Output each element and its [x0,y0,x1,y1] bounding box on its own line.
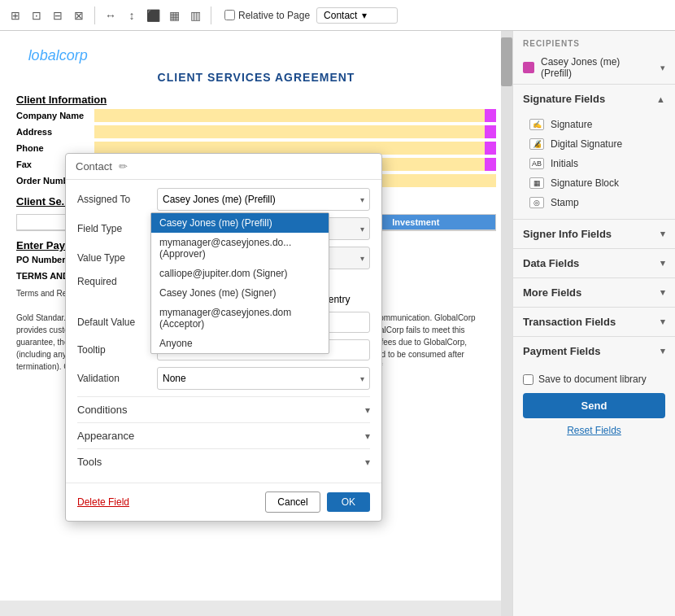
toolbar-icon-2[interactable]: ⊡ [28,7,46,24]
appearance-arrow: ▾ [365,430,370,442]
assigned-to-label: Assigned To [77,194,150,205]
company-name-label: Company Name [16,111,89,120]
default-value-label: Default Value [77,317,150,328]
transaction-fields-label: Transaction Fields [523,316,616,328]
toolbar-icon-6[interactable]: ↕ [123,7,141,24]
relative-to-page-label[interactable]: Relative to Page [224,10,310,21]
appearance-section-row[interactable]: Appearance ▾ [77,422,370,448]
dialog-edit-icon[interactable]: ✏ [119,160,128,173]
payment-fields-section: Payment Fields ▾ [513,336,675,365]
data-fields-header[interactable]: Data Fields ▾ [513,249,675,277]
reset-fields-button[interactable]: Reset Fields [523,422,665,439]
toolbar-icon-1[interactable]: ⊞ [7,7,24,24]
appearance-label: Appearance [77,430,134,442]
recipient-color-box [523,62,534,73]
cancel-button[interactable]: Cancel [265,491,320,513]
dropdown-item-0[interactable]: Casey Jones (me) (Prefill) [151,213,329,233]
value-type-label: Value Type [77,252,150,264]
toolbar-sep-2 [211,7,211,24]
tools-arrow: ▾ [365,457,370,468]
recipient-name: Casey Jones (me) (Prefill) [541,56,654,79]
toolbar-sep-1 [94,7,95,24]
dropdown-item-1[interactable]: mymanager@caseyjones.do... (Approver) [151,233,329,264]
contact-dropdown[interactable]: Contact ▾ [316,7,398,24]
toolbar-icon-8[interactable]: ▦ [165,7,183,24]
tools-section-row[interactable]: Tools ▾ [77,448,370,474]
transaction-fields-header[interactable]: Transaction Fields ▾ [513,308,675,336]
phone-label: Phone [16,143,89,153]
toolbar-icon-7[interactable]: ⬛ [144,7,162,24]
validation-value: None [163,373,186,384]
phone-marker [485,142,496,155]
signer-info-header[interactable]: Signer Info Fields ▾ [513,220,675,248]
toolbar-icon-4[interactable]: ⊠ [70,7,88,24]
company-name-input[interactable] [94,109,496,122]
contact-dialog: Contact ✏ Assigned To Casey Jones (me) (… [65,153,382,522]
signature-fields-label: Signature Fields [523,93,605,105]
logo-box: g lobalcorp [16,47,88,64]
field-option-initials[interactable]: AB Initials [523,154,665,173]
signer-info-section: Signer Info Fields ▾ [513,219,675,248]
signature-fields-header[interactable]: Signature Fields ▲ [513,85,675,113]
validation-arrow: ▾ [360,374,364,383]
more-fields-label: More Fields [523,286,581,299]
field-option-signature-block[interactable]: ▦ Signature Block [523,173,665,193]
assigned-to-select[interactable]: Casey Jones (me) (Prefill) ▾ [157,188,370,211]
recipient-name-line2: (Prefill) [541,68,572,79]
data-fields-label: Data Fields [523,257,579,269]
validation-select[interactable]: None ▾ [157,367,370,390]
signature-fields-arrow: ▲ [656,94,665,104]
tooltip-label: Tooltip [77,344,150,356]
signer-info-label: Signer Info Fields [523,228,612,240]
dropdown-item-4[interactable]: mymanager@caseyjones.dom (Acceptor) [151,303,329,334]
send-button[interactable]: Send [523,393,665,418]
signature-block-icon: ▦ [529,177,544,189]
more-fields-section: More Fields ▾ [513,277,675,307]
dialog-header: Contact ✏ [66,154,381,180]
signature-fields-section: Signature Fields ▲ ✍ Signature 🔏 Digital… [513,84,675,219]
vertical-scrollbar[interactable] [501,31,512,616]
logo-area: g lobalcorp [16,47,496,64]
dropdown-item-5[interactable]: Anyone [151,334,329,353]
toolbar: ⊞ ⊡ ⊟ ⊠ ↔ ↕ ⬛ ▦ ▥ Relative to Page Conta… [0,0,675,31]
dialog-footer: Delete Field Cancel OK [66,483,381,521]
recipient-arrow[interactable]: ▾ [660,63,665,73]
contact-dropdown-value: Contact [324,10,357,21]
save-to-library-label: Save to document library [538,374,647,385]
initials-icon: AB [529,158,544,169]
save-to-library-checkbox[interactable] [523,374,533,385]
dropdown-item-3[interactable]: Casey Jones (me) (Signer) [151,283,329,303]
initials-label: Initials [551,158,578,169]
assigned-to-value: Casey Jones (me) (Prefill) [163,194,276,205]
payment-fields-header[interactable]: Payment Fields ▾ [513,337,675,365]
scrollbar-thumb[interactable] [501,37,512,86]
right-panel: RECIPIENTS Casey Jones (me) (Prefill) ▾ … [512,31,675,616]
field-option-stamp[interactable]: ◎ Stamp [523,193,665,212]
validation-label: Validation [77,373,150,384]
signer-info-arrow: ▾ [660,229,665,239]
company-name-row: Company Name [16,109,496,122]
toolbar-icon-5[interactable]: ↔ [102,7,120,24]
relative-to-page-checkbox[interactable] [224,10,235,20]
toolbar-icon-9[interactable]: ▥ [186,7,204,24]
address-input[interactable] [94,125,496,138]
field-option-digital-signature[interactable]: 🔏 Digital Signature [523,134,665,154]
transaction-fields-section: Transaction Fields ▾ [513,307,675,336]
fax-marker [485,158,496,171]
address-marker [485,125,496,138]
payment-fields-arrow: ▾ [660,346,665,356]
stamp-icon: ◎ [529,197,544,208]
document-area: g lobalcorp CLIENT SERVICES AGREEMENT Cl… [0,31,512,616]
dropdown-item-2[interactable]: calliope@jupiter.dom (Signer) [151,264,329,283]
conditions-section-row[interactable]: Conditions ▾ [77,396,370,422]
ok-button[interactable]: OK [327,492,370,512]
delete-field-button[interactable]: Delete Field [77,496,129,508]
client-info-heading: Client Information [16,94,496,106]
more-fields-header[interactable]: More Fields ▾ [513,278,675,307]
toolbar-icon-3[interactable]: ⊟ [49,7,67,24]
assigned-to-arrow: ▾ [360,195,364,204]
recipient-casey-jones[interactable]: Casey Jones (me) (Prefill) ▾ [513,51,675,84]
required-label: Required [77,276,150,287]
relative-to-page-text: Relative to Page [238,10,310,21]
field-option-signature[interactable]: ✍ Signature [523,115,665,134]
